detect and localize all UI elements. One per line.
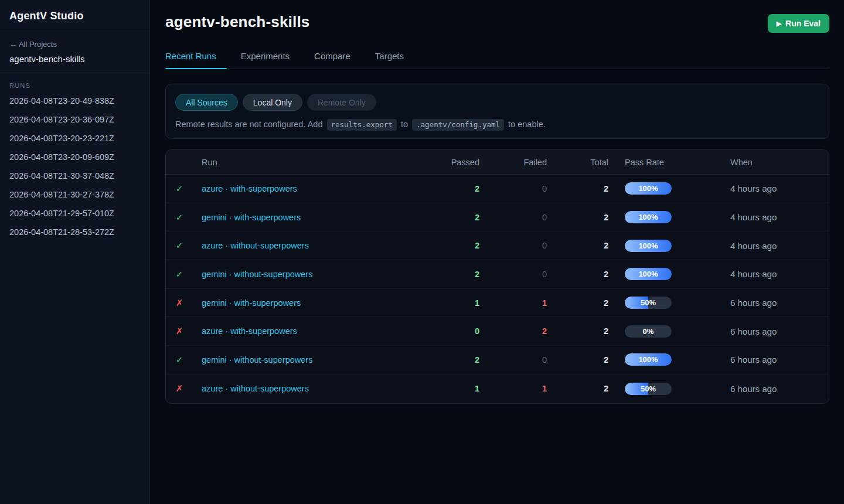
sidebar-run-item[interactable]: 2026-04-08T23-20-23-221Z — [0, 129, 149, 148]
table-row[interactable]: ✓ gemini · without-superpowers 2 0 2 100… — [166, 346, 829, 374]
run-link[interactable]: azure · with-superpowers — [202, 326, 297, 336]
tab-compare[interactable]: Compare — [314, 51, 354, 69]
sidebar-run-timestamp: 2026-04-08T23-20-23-221Z — [9, 134, 114, 143]
sidebar-run-item[interactable]: 2026-04-08T23-20-49-838Z — [0, 91, 149, 110]
status-fail-icon: ✗ — [166, 383, 193, 394]
pass-rate-pill: 100% — [625, 240, 672, 252]
runs-table: Run Passed Failed Total Pass Rate When ✓… — [165, 149, 829, 404]
failed-count: 2 — [479, 326, 547, 336]
col-total: Total — [547, 158, 608, 167]
sidebar-project-name: agentv-bench-skills — [9, 54, 140, 64]
tab-bar: Recent RunsExperimentsCompareTargets — [165, 51, 829, 69]
sidebar-run-item[interactable]: 2026-04-08T21-28-53-272Z — [0, 223, 149, 241]
col-run: Run — [193, 158, 427, 167]
source-filter-pills: All SourcesLocal OnlyRemote Only — [175, 94, 819, 111]
table-row[interactable]: ✗ azure · with-superpowers 0 2 2 0% 6 ho… — [166, 317, 829, 346]
run-link[interactable]: gemini · with-superpowers — [202, 298, 301, 308]
tab-label: Recent Runs — [165, 51, 216, 61]
passed-count: 2 — [427, 270, 479, 279]
sidebar-run-timestamp: 2026-04-08T21-30-27-378Z — [9, 190, 114, 199]
tab-experiments[interactable]: Experiments — [241, 51, 293, 69]
sidebar-run-timestamp: 2026-04-08T23-20-09-609Z — [9, 152, 114, 162]
when-text: 6 hours ago — [730, 326, 829, 336]
tab-label: Targets — [375, 51, 404, 61]
failed-count: 0 — [479, 355, 547, 365]
tab-recent-runs[interactable]: Recent Runs — [165, 51, 220, 69]
table-row[interactable]: ✓ gemini · without-superpowers 2 0 2 100… — [166, 260, 829, 289]
pass-rate-label: 50% — [625, 297, 672, 309]
total-count: 2 — [547, 326, 608, 336]
sidebar-run-timestamp: 2026-04-08T21-30-37-048Z — [9, 171, 114, 181]
pass-rate-label: 0% — [625, 325, 672, 338]
table-row[interactable]: ✗ gemini · with-superpowers 1 1 2 50% 6 … — [166, 289, 829, 318]
run-eval-button[interactable]: ▶ Run Eval — [768, 14, 829, 33]
pass-rate-pill: 100% — [625, 268, 672, 280]
runs-section-label: RUNS — [0, 73, 149, 91]
when-text: 4 hours ago — [730, 241, 829, 251]
run-link[interactable]: azure · without-superpowers — [202, 241, 309, 250]
pass-rate-pill: 50% — [625, 297, 672, 309]
total-count: 2 — [547, 355, 608, 365]
sidebar-run-item[interactable]: 2026-04-08T21-30-37-048Z — [0, 166, 149, 185]
pill-remote-only: Remote Only — [307, 94, 376, 111]
failed-count: 0 — [479, 213, 547, 222]
passed-count: 1 — [427, 298, 479, 308]
passed-count: 1 — [427, 384, 479, 393]
tab-label: Compare — [314, 51, 350, 61]
run-link[interactable]: gemini · without-superpowers — [202, 270, 312, 279]
status-pass-icon: ✓ — [166, 240, 193, 251]
when-text: 4 hours ago — [730, 212, 829, 222]
pass-rate-label: 100% — [625, 268, 672, 280]
pass-rate-label: 100% — [625, 182, 672, 195]
pill-local-only[interactable]: Local Only — [243, 94, 302, 111]
tab-targets[interactable]: Targets — [375, 51, 407, 69]
table-row[interactable]: ✓ azure · with-superpowers 2 0 2 100% 4 … — [166, 175, 829, 203]
sidebar-run-item[interactable]: 2026-04-08T21-30-27-378Z — [0, 185, 149, 204]
when-text: 4 hours ago — [730, 269, 829, 279]
status-fail-icon: ✗ — [166, 326, 193, 336]
run-link[interactable]: gemini · with-superpowers — [202, 213, 301, 222]
col-failed: Failed — [479, 158, 547, 167]
run-link[interactable]: azure · with-superpowers — [202, 184, 297, 193]
pass-rate-pill: 50% — [625, 383, 672, 395]
failed-count: 0 — [479, 241, 547, 250]
project-block: ← All Projects agentv-bench-skills — [0, 32, 149, 73]
run-link[interactable]: gemini · without-superpowers — [202, 355, 312, 365]
passed-count: 2 — [427, 241, 479, 250]
sidebar: AgentV Studio ← All Projects agentv-benc… — [0, 0, 150, 504]
pass-rate-pill: 0% — [625, 325, 672, 338]
total-count: 2 — [547, 384, 608, 393]
passed-count: 0 — [427, 326, 479, 336]
source-filter-card: All SourcesLocal OnlyRemote Only Remote … — [165, 84, 829, 139]
sidebar-run-item[interactable]: 2026-04-08T23-20-09-609Z — [0, 148, 149, 166]
back-to-all-projects-link[interactable]: ← All Projects — [9, 40, 140, 49]
table-row[interactable]: ✓ azure · without-superpowers 2 0 2 100%… — [166, 231, 829, 260]
run-link[interactable]: azure · without-superpowers — [202, 384, 309, 393]
total-count: 2 — [547, 184, 608, 193]
when-text: 4 hours ago — [730, 183, 829, 193]
passed-count: 2 — [427, 355, 479, 365]
main-content: agentv-bench-skills ▶ Run Eval Recent Ru… — [150, 0, 844, 504]
failed-count: 0 — [479, 270, 547, 279]
col-passed: Passed — [427, 158, 479, 167]
note-prefix: Remote results are not configured. Add — [175, 120, 322, 129]
sidebar-run-item[interactable]: 2026-04-08T23-20-36-097Z — [0, 110, 149, 129]
passed-count: 2 — [427, 184, 479, 193]
play-icon: ▶ — [777, 21, 781, 27]
col-when: When — [730, 158, 829, 167]
status-pass-icon: ✓ — [166, 269, 193, 280]
col-pass-rate: Pass Rate — [625, 158, 730, 167]
failed-count: 1 — [479, 298, 547, 308]
pill-label: Remote Only — [318, 98, 366, 107]
pill-label: All Sources — [186, 98, 227, 107]
total-count: 2 — [547, 213, 608, 222]
pill-all-sources[interactable]: All Sources — [175, 94, 238, 111]
status-fail-icon: ✗ — [166, 298, 193, 308]
note-suffix: to enable. — [508, 120, 546, 129]
table-row[interactable]: ✓ gemini · with-superpowers 2 0 2 100% 4… — [166, 203, 829, 232]
sidebar-run-item[interactable]: 2026-04-08T21-29-57-010Z — [0, 204, 149, 223]
runs-table-header: Run Passed Failed Total Pass Rate When — [166, 150, 829, 175]
sidebar-run-timestamp: 2026-04-08T21-29-57-010Z — [9, 209, 114, 218]
table-row[interactable]: ✗ azure · without-superpowers 1 1 2 50% … — [166, 374, 829, 403]
sidebar-runs-list: 2026-04-08T23-20-49-838Z2026-04-08T23-20… — [0, 91, 149, 241]
